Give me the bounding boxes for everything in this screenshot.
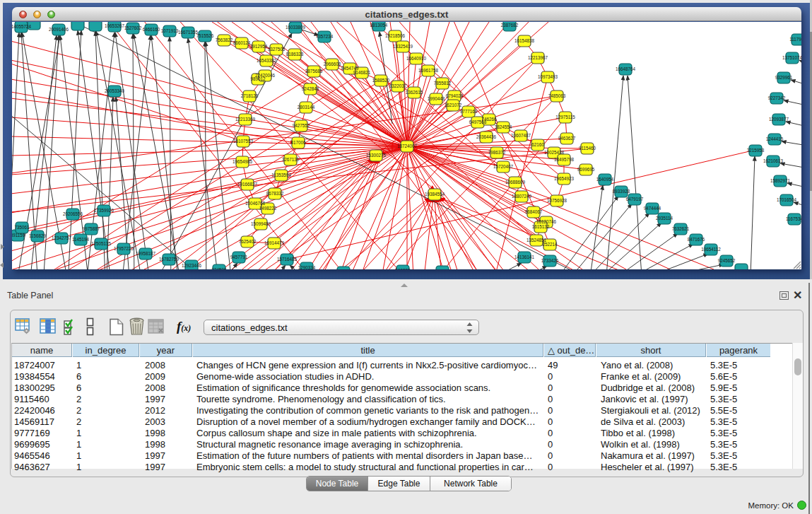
- svg-text:1156829: 1156829: [29, 233, 47, 238]
- svg-text:15716485: 15716485: [277, 257, 298, 262]
- svg-text:20053340: 20053340: [105, 88, 125, 93]
- svg-text:8186328: 8186328: [286, 52, 304, 57]
- svg-text:3875685: 3875685: [305, 69, 323, 74]
- svg-text:3267130: 3267130: [282, 157, 300, 162]
- svg-text:6479197: 6479197: [626, 197, 644, 201]
- svg-text:735061: 735061: [14, 225, 30, 230]
- svg-text:746266: 746266: [481, 117, 497, 122]
- svg-text:1498222: 1498222: [259, 206, 277, 211]
- svg-text:391159: 391159: [12, 233, 25, 238]
- svg-text:417006: 417006: [290, 140, 306, 145]
- svg-text:12923446: 12923446: [182, 263, 202, 268]
- svg-text:9245652: 9245652: [718, 258, 736, 263]
- svg-text:16154838: 16154838: [514, 38, 535, 43]
- svg-text:1145194: 1145194: [72, 237, 90, 242]
- svg-text:8933928: 8933928: [613, 189, 630, 194]
- svg-text:3912954: 3912954: [250, 44, 268, 49]
- svg-text:16671355: 16671355: [178, 30, 199, 35]
- svg-text:9777169: 9777169: [460, 109, 478, 114]
- svg-text:10973493: 10973493: [538, 74, 558, 79]
- svg-text:8471676: 8471676: [688, 237, 705, 242]
- svg-text:10025438: 10025438: [544, 150, 565, 155]
- svg-text:9427552: 9427552: [293, 123, 310, 128]
- svg-text:9242848: 9242848: [302, 86, 319, 91]
- svg-text:19218506: 19218506: [385, 33, 406, 38]
- svg-text:18807249: 18807249: [512, 194, 532, 199]
- svg-text:17016504: 17016504: [777, 197, 797, 202]
- svg-text:1615132: 1615132: [532, 224, 550, 229]
- svg-text:13751074: 13751074: [782, 55, 801, 60]
- svg-text:15300275: 15300275: [366, 153, 387, 158]
- svg-text:2718126: 2718126: [241, 93, 259, 98]
- svg-text:6466160: 6466160: [143, 27, 160, 32]
- svg-text:16648764: 16648764: [616, 66, 636, 71]
- svg-text:3824554: 3824554: [495, 124, 512, 129]
- svg-text:9457791: 9457791: [230, 255, 248, 259]
- svg-text:19654923: 19654923: [554, 176, 575, 181]
- svg-text:6794024: 6794024: [446, 93, 464, 98]
- svg-text:2387682: 2387682: [501, 23, 519, 28]
- svg-text:7625402: 7625402: [239, 239, 257, 244]
- svg-text:16543382: 16543382: [257, 58, 277, 63]
- svg-text:12093877: 12093877: [769, 117, 789, 122]
- svg-text:19958187: 19958187: [136, 251, 156, 256]
- svg-text:7515526: 7515526: [196, 33, 214, 38]
- svg-text:252214: 252214: [542, 242, 558, 247]
- svg-text:7632621: 7632621: [672, 226, 690, 231]
- svg-text:18724007: 18724007: [397, 144, 418, 148]
- svg-text:10046768: 10046768: [245, 201, 266, 206]
- svg-text:16120746: 16120746: [536, 219, 557, 224]
- svg-text:8678332: 8678332: [266, 191, 284, 196]
- svg-text:7357234: 7357234: [316, 34, 334, 39]
- svg-text:17957225: 17957225: [114, 246, 134, 251]
- svg-text:22420046: 22420046: [255, 73, 276, 78]
- svg-text:1244415: 1244415: [766, 136, 784, 141]
- svg-text:20364436: 20364436: [476, 134, 497, 139]
- svg-text:16210613: 16210613: [763, 158, 784, 163]
- svg-text:9474444: 9474444: [644, 206, 661, 211]
- svg-text:10653267: 10653267: [105, 23, 125, 28]
- svg-text:9463627: 9463627: [558, 136, 576, 141]
- svg-text:1990448: 1990448: [428, 96, 445, 101]
- svg-text:10688609: 10688609: [505, 180, 526, 185]
- svg-text:17359926: 17359926: [94, 208, 114, 213]
- svg-text:62160: 62160: [531, 142, 544, 147]
- svg-text:12342757: 12342757: [52, 235, 72, 240]
- svg-text:20206556: 20206556: [63, 211, 83, 216]
- svg-text:9329961: 9329961: [775, 75, 793, 80]
- svg-text:1117904: 1117904: [789, 37, 801, 42]
- svg-text:2803144: 2803144: [298, 105, 315, 110]
- svg-text:7986372: 7986372: [488, 150, 506, 155]
- svg-text:12213967: 12213967: [528, 55, 548, 60]
- svg-text:11353594: 11353594: [271, 173, 291, 177]
- svg-text:16961758: 16961758: [418, 68, 439, 73]
- svg-text:924506: 924506: [211, 267, 227, 269]
- svg-text:15892971: 15892971: [770, 178, 791, 183]
- svg-text:1290334: 1290334: [298, 265, 316, 269]
- svg-text:1071913: 1071913: [161, 28, 179, 33]
- svg-text:14136141: 14136141: [514, 255, 535, 259]
- svg-text:2966608: 2966608: [324, 62, 341, 66]
- svg-text:15099489: 15099489: [251, 221, 271, 226]
- svg-text:7563822: 7563822: [216, 37, 233, 42]
- svg-text:1362615: 1362615: [406, 90, 423, 95]
- svg-text:1640954: 1640954: [596, 177, 614, 182]
- svg-text:10607487: 10607487: [511, 133, 531, 138]
- svg-text:9327505: 9327505: [268, 47, 286, 52]
- svg-text:9699695: 9699695: [577, 167, 595, 172]
- svg-text:97450: 97450: [436, 269, 449, 269]
- svg-text:19654985: 19654985: [233, 159, 253, 164]
- svg-text:9684067: 9684067: [525, 209, 543, 214]
- svg-text:8660124: 8660124: [233, 40, 251, 45]
- svg-text:160223: 160223: [395, 268, 411, 269]
- svg-text:16107553: 16107553: [233, 139, 254, 144]
- svg-text:3215958: 3215958: [747, 148, 765, 153]
- svg-text:7855812: 7855812: [434, 81, 452, 86]
- svg-text:2935114: 2935114: [656, 216, 673, 221]
- svg-text:9227342: 9227342: [768, 95, 786, 100]
- svg-text:12975115: 12975115: [555, 115, 575, 119]
- svg-text:12213369: 12213369: [235, 117, 256, 122]
- svg-text:1167534: 1167534: [786, 216, 801, 221]
- svg-text:16640910: 16640910: [406, 56, 427, 61]
- svg-text:13325419: 13325419: [393, 44, 413, 49]
